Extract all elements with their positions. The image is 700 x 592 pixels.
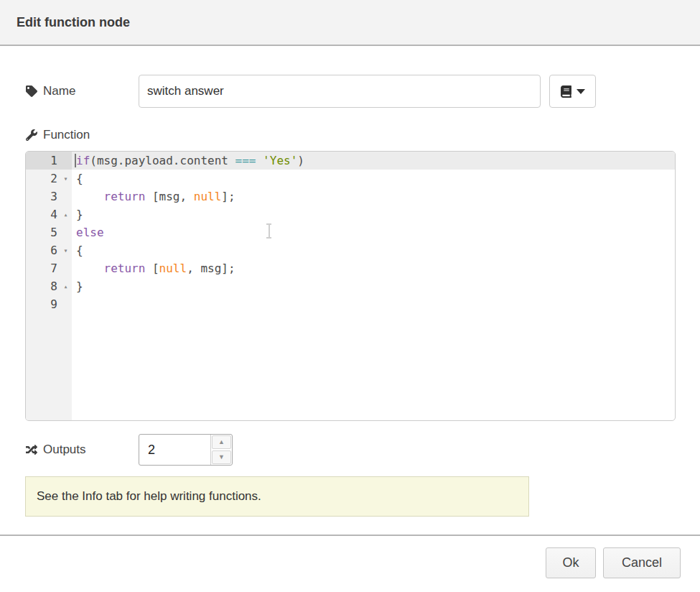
outputs-row: Outputs ▲ ▼ bbox=[25, 434, 233, 466]
code-line[interactable]: 6▾{ bbox=[26, 241, 675, 259]
fold-open-icon[interactable]: ▾ bbox=[60, 241, 72, 259]
name-label: Name bbox=[25, 84, 139, 98]
ok-button[interactable]: Ok bbox=[546, 547, 596, 578]
gutter-line-number: 9 bbox=[26, 295, 72, 313]
code-filler bbox=[72, 313, 675, 420]
function-label-text: Function bbox=[43, 128, 90, 142]
dialog-header: Edit function node bbox=[0, 0, 700, 46]
dialog-title: Edit function node bbox=[0, 15, 130, 30]
cancel-button[interactable]: Cancel bbox=[603, 547, 681, 578]
code-line[interactable]: 7 return [null, msg]; bbox=[26, 259, 675, 277]
code-text: { bbox=[72, 170, 675, 188]
text-caret bbox=[75, 154, 76, 167]
library-button[interactable] bbox=[549, 75, 596, 108]
code-text: return [null, msg]; bbox=[72, 259, 675, 277]
gutter-line-number: 8▴ bbox=[26, 277, 72, 295]
gutter-line-number: 4▴ bbox=[26, 205, 72, 223]
outputs-input[interactable] bbox=[139, 435, 210, 465]
name-label-text: Name bbox=[43, 84, 75, 98]
gutter-line-number: 1 bbox=[26, 152, 72, 170]
code-text: { bbox=[72, 241, 675, 259]
code-text: if(msg.payload.content === 'Yes') bbox=[72, 152, 675, 170]
code-line[interactable]: 8▴} bbox=[26, 277, 675, 295]
fold-open-icon[interactable]: ▾ bbox=[60, 170, 72, 188]
fold-close-icon[interactable]: ▴ bbox=[60, 205, 72, 223]
code-line[interactable]: 2▾{ bbox=[26, 170, 675, 188]
book-icon bbox=[560, 85, 572, 98]
form-tips: See the Info tab for help writing functi… bbox=[25, 476, 529, 517]
spinner-up-button[interactable]: ▲ bbox=[212, 435, 231, 449]
dialog-footer: Ok Cancel bbox=[0, 535, 700, 592]
gutter-line-number: 7 bbox=[26, 259, 72, 277]
shuffle-icon bbox=[25, 444, 37, 456]
code-line[interactable]: 9 bbox=[26, 295, 675, 313]
code-line[interactable]: 4▴} bbox=[26, 205, 675, 223]
form-tips-text: See the Info tab for help writing functi… bbox=[37, 489, 261, 504]
code-text: else bbox=[72, 223, 675, 241]
gutter-line-number: 2▾ bbox=[26, 170, 72, 188]
spinner-down-button[interactable]: ▼ bbox=[212, 450, 231, 464]
outputs-label: Outputs bbox=[25, 443, 139, 457]
code-text: } bbox=[72, 205, 675, 223]
code-line[interactable]: 1if(msg.payload.content === 'Yes') bbox=[26, 152, 675, 170]
code-editor-lines: 1if(msg.payload.content === 'Yes')2▾{3 r… bbox=[26, 152, 675, 313]
code-line[interactable]: 5else bbox=[26, 223, 675, 241]
wrench-icon bbox=[25, 129, 37, 142]
function-label: Function bbox=[25, 128, 90, 142]
code-text: return [msg, null]; bbox=[72, 188, 675, 205]
code-line[interactable]: 3 return [msg, null]; bbox=[26, 188, 675, 205]
function-label-row: Function bbox=[25, 126, 90, 144]
gutter-line-number: 6▾ bbox=[26, 241, 72, 259]
edit-function-node-dialog: Edit function node Name Function 1if(msg… bbox=[0, 0, 700, 592]
caret-down-icon bbox=[577, 89, 585, 94]
gutter-line-number: 3 bbox=[26, 188, 72, 205]
code-editor[interactable]: 1if(msg.payload.content === 'Yes')2▾{3 r… bbox=[25, 151, 676, 421]
gutter-filler bbox=[26, 313, 72, 420]
outputs-label-text: Outputs bbox=[43, 443, 86, 457]
fold-close-icon[interactable]: ▴ bbox=[60, 277, 72, 295]
name-input[interactable] bbox=[139, 75, 541, 108]
editor-filler-row bbox=[26, 313, 675, 420]
gutter-line-number: 5 bbox=[26, 223, 72, 241]
outputs-spinner: ▲ ▼ bbox=[139, 434, 233, 466]
code-text bbox=[72, 295, 675, 313]
code-text: } bbox=[72, 277, 675, 295]
spinner-buttons: ▲ ▼ bbox=[210, 435, 232, 465]
name-row: Name bbox=[25, 75, 675, 108]
tag-icon bbox=[25, 85, 37, 98]
